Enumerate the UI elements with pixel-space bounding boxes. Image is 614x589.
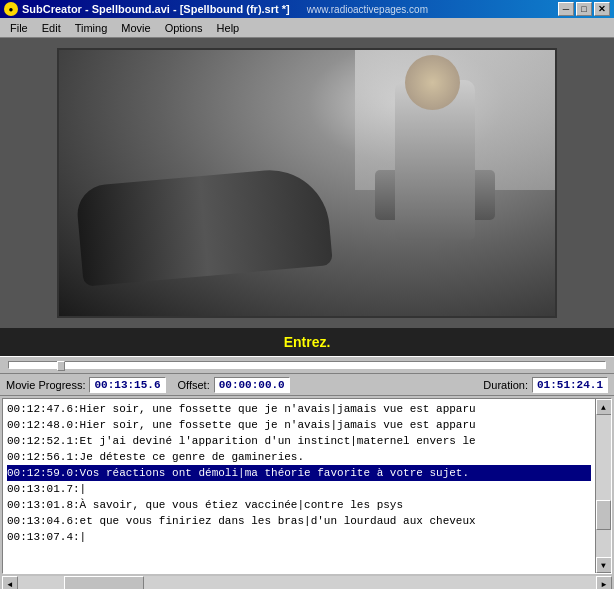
app-icon: ● [4,2,18,16]
duration-label: Duration: [483,379,528,391]
menu-edit[interactable]: Edit [36,20,67,36]
menu-timing[interactable]: Timing [69,20,114,36]
subtitle-text: Entrez. [284,334,331,350]
subtitle-overlay: Entrez. [0,328,614,356]
scene-figure-head [405,55,460,110]
scroll-left-arrow[interactable]: ◄ [2,576,18,589]
text-line: 00:12:47.6:Hier soir, une fossette que j… [7,401,591,417]
title-bar-title: SubCreator - Spellbound.avi - [Spellboun… [22,3,290,15]
horizontal-scrollbar-container[interactable]: ◄ ► [2,576,612,589]
scroll-thumb-vertical[interactable] [596,500,611,530]
vertical-scrollbar[interactable]: ▲ ▼ [595,399,611,573]
movie-progress-label: Movie Progress: [6,379,85,391]
close-button[interactable]: ✕ [594,2,610,16]
text-line: 00:13:07.4:| [7,529,591,545]
duration-value: 01:51:24.1 [532,377,608,393]
movie-progress-value: 00:13:15.6 [89,377,165,393]
menu-file[interactable]: File [4,20,34,36]
scroll-right-arrow[interactable]: ► [596,576,612,589]
title-bar-website: www.radioactivepages.com [307,4,428,15]
text-line: 00:13:04.6:et que vous finiriez dans les… [7,513,591,529]
text-line: 00:12:48.0:Hier soir, une fossette que j… [7,417,591,433]
title-bar-left: ● SubCreator - Spellbound.avi - [Spellbo… [4,2,428,16]
title-bar: ● SubCreator - Spellbound.avi - [Spellbo… [0,0,614,18]
scroll-track-horizontal[interactable] [18,576,596,589]
menu-options[interactable]: Options [159,20,209,36]
text-line: 00:12:59.0:Vos réactions ont démoli|ma t… [7,465,591,481]
video-container [0,38,614,328]
scroll-thumb-horizontal[interactable] [64,576,144,589]
text-line: 00:12:52.1:Et j'ai deviné l'apparition d… [7,433,591,449]
menu-movie[interactable]: Movie [115,20,156,36]
status-row: Movie Progress: 00:13:15.6 Offset: 00:00… [0,374,614,396]
offset-value: 00:00:00.0 [214,377,290,393]
progress-bar-thumb[interactable] [57,361,65,371]
text-line: 00:13:01.8:À savoir, que vous étiez vacc… [7,497,591,513]
duration-area: Duration: 01:51:24.1 [483,377,608,393]
text-content: 00:12:47.6:Hier soir, une fossette que j… [3,399,595,573]
text-line: 00:12:56.1:Je déteste ce genre de gamine… [7,449,591,465]
progress-area [0,356,614,374]
minimize-button[interactable]: ─ [558,2,574,16]
menu-help[interactable]: Help [211,20,246,36]
maximize-button[interactable]: □ [576,2,592,16]
scroll-down-arrow[interactable]: ▼ [596,557,612,573]
scroll-up-arrow[interactable]: ▲ [596,399,612,415]
text-line: 00:13:01.7:| [7,481,591,497]
video-area [0,38,614,328]
movie-frame [57,48,557,318]
progress-bar-track[interactable] [8,361,606,369]
text-editor[interactable]: 00:12:47.6:Hier soir, une fossette que j… [2,398,612,574]
menu-bar: File Edit Timing Movie Options Help [0,18,614,38]
offset-label: Offset: [178,379,210,391]
title-bar-buttons: ─ □ ✕ [558,2,610,16]
scroll-track-vertical[interactable] [596,415,611,557]
